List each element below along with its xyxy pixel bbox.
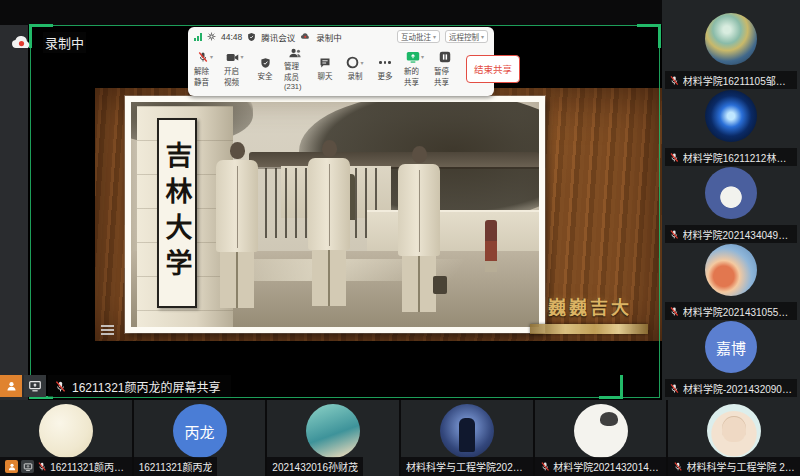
avatar xyxy=(705,244,757,296)
presenter-label: 16211321颜丙龙的屏幕共享 xyxy=(72,378,221,395)
annotation-label: 互动批注 xyxy=(401,31,431,42)
record-button[interactable]: ▾ 录制 xyxy=(344,56,366,81)
chat-label: 聊天 xyxy=(318,70,333,81)
video-tile[interactable]: 材料科学与工程学院2021432... xyxy=(401,400,533,476)
tile-name: 材料科学与工程学院 202... xyxy=(687,459,796,474)
participant-cell[interactable]: 材料学院16211212林越珩 xyxy=(662,90,800,167)
chevron-down-icon[interactable]: ▾ xyxy=(240,54,243,60)
participant-name: 材料学院2021431055王... xyxy=(683,304,793,319)
chevron-down-icon[interactable]: ▾ xyxy=(210,54,213,60)
tile-name: 16211321颜丙龙 xyxy=(139,459,213,474)
mic-muted-icon xyxy=(540,461,550,472)
manage-members-label: 管理成员(231) xyxy=(284,60,306,91)
cloud-record-status-icon xyxy=(300,32,311,41)
network-signal-icon xyxy=(194,33,202,41)
video-tile[interactable]: 16211321颜丙龙... xyxy=(0,400,132,476)
photo-album-background: 吉林大学 巍巍吉 xyxy=(95,88,662,341)
new-share-label: 新的共享 xyxy=(404,65,426,87)
participant-name: 材料学院16211105邹幅至 xyxy=(683,73,793,88)
man-figure xyxy=(303,140,355,306)
start-video-button[interactable]: ▾ 开启视频 xyxy=(224,51,246,87)
recording-badge: 录制中 xyxy=(10,32,86,53)
new-share-icon xyxy=(406,51,420,63)
avatar xyxy=(707,404,761,458)
recording-status-label: 录制中 xyxy=(316,31,342,43)
record-icon xyxy=(346,56,359,69)
gold-plaque xyxy=(530,324,648,334)
avatar xyxy=(574,404,628,458)
security-label: 安全 xyxy=(258,70,273,81)
meeting-duration: 44:48 xyxy=(221,32,242,42)
mic-muted-icon xyxy=(37,461,47,472)
camera-icon xyxy=(226,52,239,63)
participant-name: 材料学院-2021432090-... xyxy=(683,381,793,396)
university-sign: 吉林大学 xyxy=(157,118,197,308)
avatar xyxy=(705,13,757,65)
player-menu-icon xyxy=(101,325,114,335)
background-figure xyxy=(485,220,497,272)
mic-muted-icon xyxy=(54,380,67,393)
chevron-down-icon[interactable]: ▾ xyxy=(360,60,363,66)
presenter-bar: 16211321颜丙龙的屏幕共享 xyxy=(0,375,231,397)
avatar xyxy=(705,167,757,219)
participant-cell[interactable]: 嘉博 材料学院-2021432090-... xyxy=(662,321,800,398)
mic-muted-icon xyxy=(669,152,680,163)
avatar: 丙龙 xyxy=(173,404,227,458)
end-share-button[interactable]: 结束共享 xyxy=(466,55,520,83)
annotation-dropdown[interactable]: 互动批注 xyxy=(397,30,440,43)
chat-icon xyxy=(319,57,331,69)
security-shield-icon xyxy=(260,57,271,69)
security-button[interactable]: 安全 xyxy=(254,56,276,81)
screen-share-icon xyxy=(24,375,46,397)
video-tile[interactable]: 2021432016孙财茂 xyxy=(267,400,399,476)
watermark-text: 巍巍吉大 xyxy=(548,293,632,319)
participant-name: 材料学院2021434049沈阳 xyxy=(683,227,793,242)
meeting-title: 腾讯会议 xyxy=(261,31,295,43)
tile-name: 16211321颜丙龙... xyxy=(50,459,126,474)
pause-share-button[interactable]: 暂停共享 xyxy=(434,51,456,87)
settings-gear-icon[interactable] xyxy=(207,32,216,41)
more-button[interactable]: 更多 xyxy=(374,56,396,81)
bottom-tile-row: 16211321颜丙龙... 丙龙 16211321颜丙龙 2021432016… xyxy=(0,400,800,476)
meeting-window: 吉林大学 巍巍吉 xyxy=(0,0,800,476)
mic-muted-icon xyxy=(669,75,680,86)
new-share-button[interactable]: ▾ 新的共享 xyxy=(404,51,426,87)
manage-members-button[interactable]: 管理成员(231) xyxy=(284,46,306,91)
avatar xyxy=(39,404,93,458)
participant-sidebar: 材料学院16211105邹幅至 材料学院16211212林越珩 材料学院2021… xyxy=(662,0,800,400)
tile-name: 材料科学与工程学院2021432... xyxy=(406,459,528,474)
presenter-icon xyxy=(0,375,22,397)
participant-cell[interactable]: 材料学院16211105邹幅至 xyxy=(662,13,800,90)
mic-muted-icon xyxy=(669,306,680,317)
presenter-icon xyxy=(5,460,18,473)
mic-muted-icon xyxy=(673,461,683,472)
meeting-toolbar: 44:48 腾讯会议 录制中 互动批注 远程控制 xyxy=(188,27,494,96)
man-figure xyxy=(393,146,445,312)
more-label: 更多 xyxy=(378,70,393,81)
participant-cell[interactable]: 材料学院2021434049沈阳 xyxy=(662,167,800,244)
remote-control-dropdown[interactable]: 远程控制 xyxy=(445,30,488,43)
mic-muted-icon xyxy=(669,383,680,394)
start-video-label: 开启视频 xyxy=(224,65,246,87)
screen-share-icon xyxy=(21,460,34,473)
video-tile[interactable]: 材料学院2021432014孟... xyxy=(535,400,667,476)
pause-share-label: 暂停共享 xyxy=(434,65,456,87)
avatar xyxy=(705,90,757,142)
participant-name: 材料学院16211212林越珩 xyxy=(683,150,793,165)
old-photo: 吉林大学 xyxy=(125,96,545,333)
mic-muted-icon xyxy=(669,229,680,240)
participant-cell[interactable]: 材料学院2021431055王... xyxy=(662,244,800,321)
video-tile[interactable]: 材料科学与工程学院 202... xyxy=(668,400,800,476)
mic-muted-icon xyxy=(197,51,209,63)
remote-control-label: 远程控制 xyxy=(449,31,479,42)
more-dots-icon xyxy=(379,56,391,69)
left-edge-strip xyxy=(0,25,28,400)
unmute-button[interactable]: ▾ 解除静音 xyxy=(194,51,216,87)
photo-scene: 吉林大学 xyxy=(131,102,539,327)
avatar xyxy=(440,404,494,458)
video-tile[interactable]: 丙龙 16211321颜丙龙 xyxy=(134,400,266,476)
briefcase xyxy=(433,276,447,294)
cloud-recording-icon xyxy=(10,35,34,51)
chevron-down-icon[interactable]: ▾ xyxy=(421,54,424,60)
chat-button[interactable]: 聊天 xyxy=(314,56,336,81)
